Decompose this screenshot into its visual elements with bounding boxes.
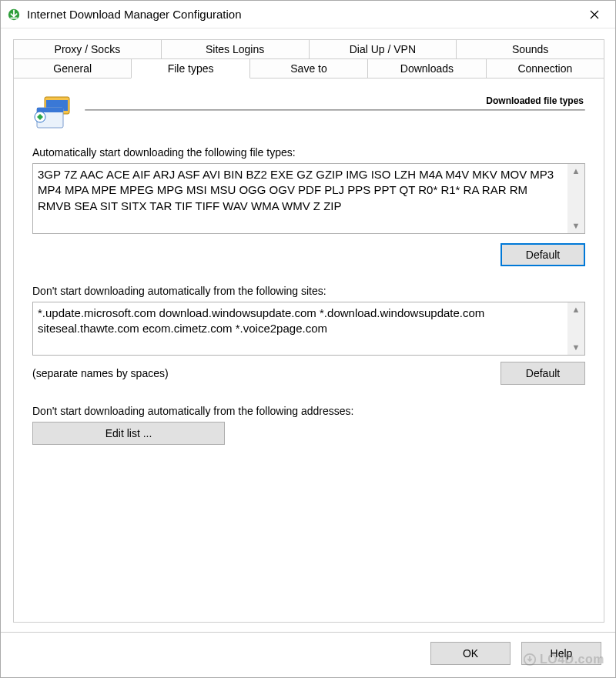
tab-sounds[interactable]: Sounds xyxy=(456,39,604,59)
ok-button[interactable]: OK xyxy=(430,642,511,665)
scroll-down-icon[interactable]: ▼ xyxy=(572,222,581,230)
tab-dialup-vpn[interactable]: Dial Up / VPN xyxy=(309,39,457,59)
tab-proxy-socks[interactable]: Proxy / Socks xyxy=(13,39,162,59)
excluded-sites-label: Don't start downloading automatically fr… xyxy=(32,285,585,297)
filetypes-input-wrap: ▲ ▼ xyxy=(32,163,585,234)
tab-container: Proxy / Socks Sites Logins Dial Up / VPN… xyxy=(13,39,604,78)
file-types-panel: Downloaded file types Automatically star… xyxy=(13,78,604,623)
svg-rect-1 xyxy=(11,17,18,18)
config-window: Internet Download Manager Configuration … xyxy=(0,0,616,678)
tab-connection[interactable]: Connection xyxy=(486,58,604,78)
tab-general[interactable]: General xyxy=(13,58,132,78)
edit-list-button[interactable]: Edit list ... xyxy=(32,422,225,445)
window-title: Internet Download Manager Configuration xyxy=(27,8,577,21)
scroll-down-icon[interactable]: ▼ xyxy=(572,343,581,352)
scroll-up-icon[interactable]: ▲ xyxy=(572,167,581,175)
excluded-sites-input[interactable] xyxy=(33,302,567,355)
filetypes-default-button[interactable]: Default xyxy=(500,243,585,266)
section-heading: Downloaded file types xyxy=(486,95,584,106)
close-button[interactable] xyxy=(577,2,612,27)
excluded-sites-hint: (separate names by spaces) xyxy=(32,367,169,379)
excluded-addresses-label: Don't start downloading automatically fr… xyxy=(32,405,585,417)
scroll-up-icon[interactable]: ▲ xyxy=(572,306,581,314)
dialog-footer: OK Help LO4D.com xyxy=(1,632,615,677)
tab-downloads[interactable]: Downloads xyxy=(367,58,486,78)
titlebar: Internet Download Manager Configuration xyxy=(1,1,615,28)
tab-save-to[interactable]: Save to xyxy=(249,58,368,78)
content-area: Proxy / Socks Sites Logins Dial Up / VPN… xyxy=(1,28,615,632)
tab-file-types[interactable]: File types xyxy=(131,58,249,78)
filetypes-label: Automatically start downloading the foll… xyxy=(32,146,585,159)
tab-sites-logins[interactable]: Sites Logins xyxy=(161,39,310,59)
section-rule xyxy=(85,109,585,111)
panel-header: Downloaded file types xyxy=(32,95,585,131)
filetypes-scrollbar[interactable]: ▲ ▼ xyxy=(567,164,584,233)
excluded-sites-input-wrap: ▲ ▼ xyxy=(32,302,585,356)
filetypes-input[interactable] xyxy=(33,164,567,233)
app-icon xyxy=(7,8,21,22)
help-button[interactable]: Help xyxy=(521,642,601,665)
file-types-icon xyxy=(32,95,75,131)
excluded-sites-default-button[interactable]: Default xyxy=(500,362,585,385)
excluded-sites-scrollbar[interactable]: ▲ ▼ xyxy=(567,302,584,355)
